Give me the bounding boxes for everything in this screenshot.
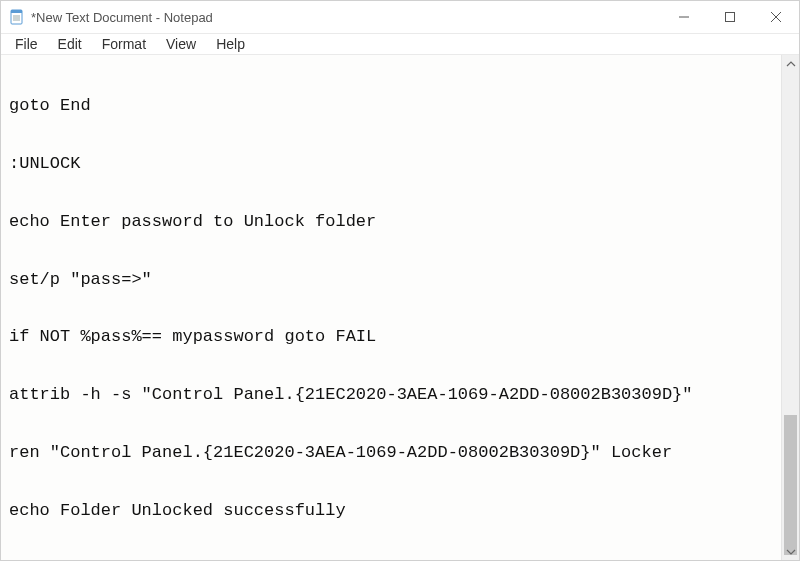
- notepad-window: *New Text Document - Notepad File Edit F…: [0, 0, 800, 561]
- minimize-button[interactable]: [661, 1, 707, 33]
- menu-view[interactable]: View: [156, 34, 206, 54]
- menu-help[interactable]: Help: [206, 34, 255, 54]
- close-button[interactable]: [753, 1, 799, 33]
- svg-rect-1: [11, 10, 22, 13]
- scroll-down-button[interactable]: [782, 543, 799, 560]
- vertical-scrollbar[interactable]: [781, 55, 799, 560]
- maximize-button[interactable]: [707, 1, 753, 33]
- notepad-icon: [9, 9, 25, 25]
- text-editor[interactable]: goto End :UNLOCK echo Enter password to …: [1, 55, 781, 560]
- client-area: goto End :UNLOCK echo Enter password to …: [1, 55, 799, 560]
- window-title: *New Text Document - Notepad: [31, 10, 213, 25]
- scroll-thumb[interactable]: [784, 415, 797, 555]
- titlebar[interactable]: *New Text Document - Notepad: [1, 1, 799, 34]
- menu-file[interactable]: File: [5, 34, 48, 54]
- menu-edit[interactable]: Edit: [48, 34, 92, 54]
- scroll-up-button[interactable]: [782, 55, 799, 72]
- menu-format[interactable]: Format: [92, 34, 156, 54]
- menubar: File Edit Format View Help: [1, 34, 799, 55]
- svg-rect-6: [726, 13, 735, 22]
